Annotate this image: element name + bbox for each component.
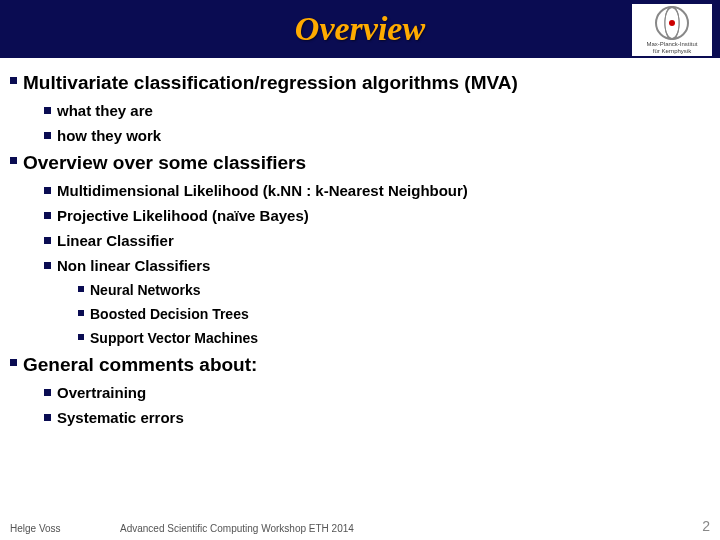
bullet-icon bbox=[10, 157, 17, 164]
bullet-icon bbox=[44, 237, 51, 244]
outline-item: Boosted Decision Trees bbox=[78, 306, 710, 322]
outline-text: how they work bbox=[57, 127, 161, 144]
bullet-icon bbox=[44, 389, 51, 396]
outline-text: Multivariate classification/regression a… bbox=[23, 72, 518, 94]
outline-item: Projective Likelihood (naïve Bayes) bbox=[44, 207, 710, 224]
outline-item: Multidimensional Likelihood (k.NN : k-Ne… bbox=[44, 182, 710, 199]
bullet-icon bbox=[10, 359, 17, 366]
bullet-icon bbox=[44, 414, 51, 421]
bullet-icon bbox=[78, 334, 84, 340]
outline-text: General comments about: bbox=[23, 354, 257, 376]
outline-item: Support Vector Machines bbox=[78, 330, 710, 346]
outline-content: Multivariate classification/regression a… bbox=[0, 58, 720, 426]
footer-center: Advanced Scientific Computing Workshop E… bbox=[120, 523, 690, 534]
outline-item: Overview over some classifiers bbox=[10, 152, 710, 174]
atom-icon bbox=[655, 6, 689, 40]
bullet-icon bbox=[44, 212, 51, 219]
bullet-icon bbox=[44, 187, 51, 194]
outline-item: Overtraining bbox=[44, 384, 710, 401]
outline-text: what they are bbox=[57, 102, 153, 119]
outline-item: General comments about: bbox=[10, 354, 710, 376]
footer: Helge Voss Advanced Scientific Computing… bbox=[0, 518, 720, 534]
footer-author: Helge Voss bbox=[10, 523, 120, 534]
page-title: Overview bbox=[295, 10, 425, 48]
outline-item: Systematic errors bbox=[44, 409, 710, 426]
footer-page: 2 bbox=[690, 518, 710, 534]
outline-text: Systematic errors bbox=[57, 409, 184, 426]
outline-item: how they work bbox=[44, 127, 710, 144]
outline-item: Neural Networks bbox=[78, 282, 710, 298]
logo-text-2: für Kernphysik bbox=[653, 48, 691, 54]
bullet-icon bbox=[44, 107, 51, 114]
outline-text: Multidimensional Likelihood (k.NN : k-Ne… bbox=[57, 182, 468, 199]
outline-text: Linear Classifier bbox=[57, 232, 174, 249]
outline-item: Linear Classifier bbox=[44, 232, 710, 249]
outline-item: Non linear Classifiers bbox=[44, 257, 710, 274]
outline-item: what they are bbox=[44, 102, 710, 119]
bullet-icon bbox=[44, 132, 51, 139]
logo-text-1: Max-Planck-Institut bbox=[646, 41, 697, 47]
outline-item: Multivariate classification/regression a… bbox=[10, 72, 710, 94]
bullet-icon bbox=[10, 77, 17, 84]
outline-text: Projective Likelihood (naïve Bayes) bbox=[57, 207, 309, 224]
outline-text: Support Vector Machines bbox=[90, 330, 258, 346]
bullet-icon bbox=[44, 262, 51, 269]
outline-text: Neural Networks bbox=[90, 282, 200, 298]
outline-text: Non linear Classifiers bbox=[57, 257, 210, 274]
outline-text: Boosted Decision Trees bbox=[90, 306, 249, 322]
bullet-icon bbox=[78, 286, 84, 292]
header-bar: Overview Max-Planck-Institut für Kernphy… bbox=[0, 0, 720, 58]
outline-text: Overview over some classifiers bbox=[23, 152, 306, 174]
institute-logo: Max-Planck-Institut für Kernphysik bbox=[632, 4, 712, 56]
outline-text: Overtraining bbox=[57, 384, 146, 401]
bullet-icon bbox=[78, 310, 84, 316]
